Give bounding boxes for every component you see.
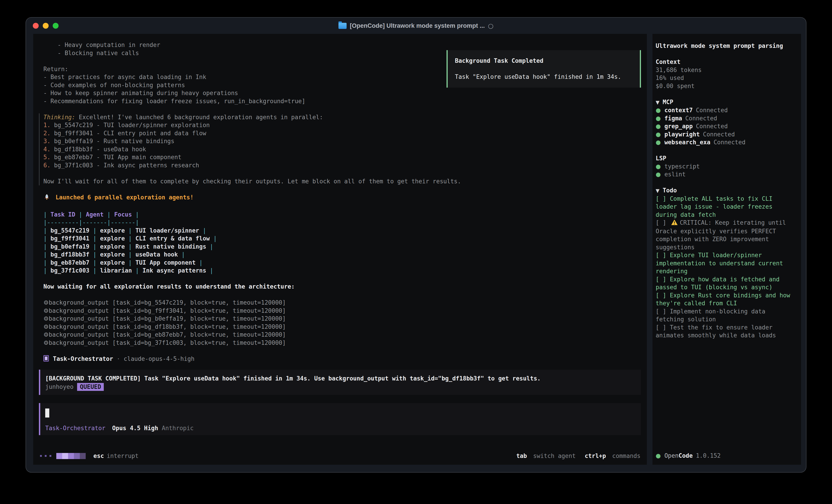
status-dot-icon: ● [656, 171, 661, 178]
transcript-line [39, 169, 647, 177]
transcript-line: | bg_eb87ebb7 | explore | TUI App compon… [33, 259, 647, 267]
app-version: 1.0.152 [696, 452, 721, 460]
minimize-button[interactable] [43, 23, 49, 29]
esc-key-label: interrupt [107, 452, 138, 459]
agent-name[interactable]: Task-Orchestrator [45, 425, 105, 431]
mcp-status: Connected [703, 131, 735, 138]
status-dot-icon: ● [656, 163, 661, 170]
notification-body: Task "Explore useData hook" finished in … [455, 73, 632, 81]
mcp-name: figma [665, 115, 682, 122]
completed-task-meta: junhoyeoQUEUED [45, 383, 635, 391]
todo-checkbox: [ ] [656, 219, 670, 226]
status-dot-icon: ● [656, 131, 661, 138]
mcp-list: ●context7Connected●figmaConnected●grep_a… [656, 106, 795, 146]
status-bar: esc interrupt tab switch agent ctrl+p co… [33, 448, 647, 465]
zoom-button[interactable] [53, 23, 58, 29]
completed-task-block: [BACKGROUND TASK COMPLETED] Task "Explor… [39, 370, 641, 395]
tab-key-label: switch agent [533, 452, 576, 459]
status-dot-icon: ● [656, 115, 661, 122]
provider-name: Anthropic [162, 425, 194, 431]
mcp-name: context7 [665, 107, 693, 114]
transcript-line: | bg_f9ff3041 | explore | CLI entry & da… [33, 234, 647, 243]
notification-title: Background Task Completed [455, 57, 632, 65]
transcript-line: - How to keep spinner animating during h… [33, 89, 647, 97]
transcript-line: | bg_37f1c003 | librarian | Ink async pa… [33, 267, 647, 275]
window-title-text: [OpenCode] Ultrawork mode system prompt … [350, 22, 485, 29]
transcript-line [33, 202, 647, 211]
gear-icon: ⚙ [44, 331, 49, 338]
todo-text: Test the fix to ensure loader animates s… [656, 324, 776, 339]
transcript-line: Task-Orchestrator · claude-opus-4-5-high [33, 355, 647, 363]
transcript-line: 5. bg_eb87ebb7 - TUI App main component [39, 153, 647, 162]
transcript-line: 4. bg_df18bb3f - useData hook [39, 145, 647, 153]
model-name[interactable]: Opus 4.5 High [112, 425, 158, 431]
todo-text: Complete ALL tasks to fix CLI loader lag… [656, 195, 776, 218]
todo-text: Explore TUI loader/spinner implementatio… [656, 252, 786, 275]
background-task-notification: Background Task Completed Task "Explore … [446, 50, 641, 88]
transcript-line [33, 105, 647, 113]
mcp-name: grep_app [665, 123, 693, 130]
brand-open: Open [665, 452, 679, 460]
screen: { "titlebar": { "title": "[OpenCode] Ult… [0, 0, 832, 504]
queued-badge: QUEUED [77, 383, 104, 391]
transcript-line: ⚙background_output [task_id=bg_b0effa19,… [33, 315, 647, 323]
transcript-line: | bg_5547c219 | explore | TUI loader/spi… [33, 227, 647, 235]
transcript-line [33, 291, 647, 299]
agent-icon [44, 355, 49, 362]
lsp-heading: LSP [656, 155, 795, 163]
todo-list: [ ] Complete ALL tasks to fix CLI loader… [656, 195, 795, 340]
lsp-item: ●eslint [656, 170, 795, 178]
gear-icon: ⚙ [44, 299, 49, 306]
status-dot-icon: ● [656, 452, 661, 460]
todo-text: Explore how data is fetched and passed t… [656, 276, 783, 291]
transcript-line [33, 275, 647, 283]
todo-heading[interactable]: ▼Todo [656, 187, 795, 195]
transcript-line: | Task ID | Agent | Focus | [33, 211, 647, 219]
todo-checkbox: [ ] [656, 308, 670, 315]
transcript-line: ⚙background_output [task_id=bg_37f1c003,… [33, 339, 647, 347]
transcript-line: | bg_df18bb3f | explore | useData hook | [33, 251, 647, 259]
mcp-status: Connected [696, 123, 728, 130]
text-cursor [45, 409, 49, 418]
lsp-name: eslint [665, 171, 686, 178]
context-used: 16% used [656, 74, 795, 82]
traffic-lights [33, 23, 58, 29]
spinner-dots-icon [40, 455, 51, 457]
transcript-line: - Heavy computation in render [33, 41, 647, 49]
gear-icon: ⚙ [44, 339, 49, 346]
completed-task-message: [BACKGROUND TASK COMPLETED] Task "Explor… [45, 374, 635, 383]
mcp-status: Connected [685, 115, 717, 122]
mcp-status: Connected [713, 139, 746, 146]
transcript-line: 2. bg_f9ff3041 - CLI entry point and dat… [39, 130, 647, 138]
transcript-line: ⚙background_output [task_id=bg_df18bb3f,… [33, 323, 647, 331]
transcript-line: |---------|-------|-------| [33, 219, 647, 227]
prompt-input[interactable]: Task-Orchestrator Opus 4.5 High Anthropi… [39, 403, 641, 435]
ctrlp-key-label: commands [612, 452, 641, 459]
rocket-icon [44, 194, 50, 203]
transcript-line [33, 347, 647, 355]
titlebar[interactable]: [OpenCode] Ultrawork mode system prompt … [26, 18, 806, 34]
lsp-name: typescript [665, 163, 700, 170]
app-window: [OpenCode] Ultrawork mode system prompt … [26, 17, 806, 473]
status-dot-icon: ● [656, 123, 661, 130]
gear-icon: ⚙ [44, 315, 49, 322]
input-footer: Task-Orchestrator Opus 4.5 High Anthropi… [45, 425, 194, 431]
transcript-line: ⚙background_output [task_id=bg_f9ff3041,… [33, 307, 647, 315]
todo-checkbox: [ ] [656, 195, 670, 202]
gear-icon: ⚙ [44, 324, 49, 330]
close-button[interactable] [33, 23, 38, 29]
status-dot-icon: ● [656, 139, 661, 146]
todo-item: [ ] Complete ALL tasks to fix CLI loader… [656, 195, 795, 219]
todo-checkbox: [ ] [656, 324, 670, 331]
transcript-line: 1. bg_5547c219 - TUI loader/spinner expl… [39, 121, 647, 130]
mcp-heading[interactable]: ▼MCP [656, 98, 795, 107]
esc-key-hint: esc [94, 452, 104, 459]
mcp-name: websearch_exa [665, 139, 710, 146]
chevron-down-icon: ▼ [656, 100, 659, 105]
todo-checkbox: [ ] [656, 252, 670, 258]
transcript-line: Now I'll wait for all of them to complet… [39, 177, 647, 186]
chevron-down-icon: ▼ [656, 188, 659, 194]
todo-item: [ ] Explore how data is fetched and pass… [656, 276, 795, 291]
warning-icon [671, 219, 678, 227]
transcript-line: ⚙background_output [task_id=bg_5547c219,… [33, 299, 647, 307]
